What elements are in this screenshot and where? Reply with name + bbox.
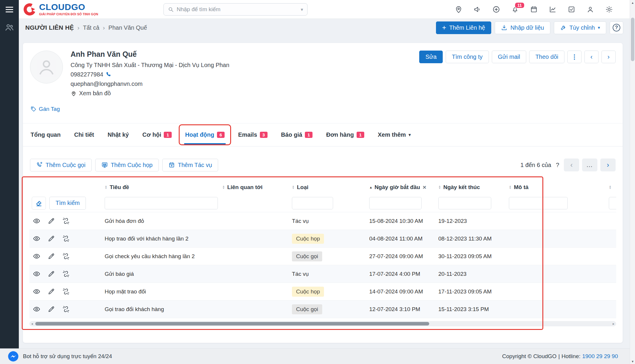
pagination-prev-button[interactable]: ‹ [564,158,579,171]
add-task-button[interactable]: Thêm Tác vụ [162,159,218,171]
contact-email[interactable]: quephan@longphanvn.com [71,81,229,87]
tab-xem-them[interactable]: Xem thêm▾ [378,123,411,146]
activity-title[interactable]: Gọi trao đổi khách hàng [102,306,220,313]
send-mail-button[interactable]: Gửi mail [492,51,527,63]
tab-co-hoi[interactable]: Cơ hội1 [142,123,172,146]
add-contact-button[interactable]: + Thêm Liên hệ [436,21,491,34]
find-company-button[interactable]: Tìm công ty [446,51,489,63]
tab-nhat-ky[interactable]: Nhật ký [108,123,129,146]
filter-input-extra[interactable] [609,197,616,209]
view-icon[interactable] [33,305,41,313]
unlink-icon[interactable] [62,305,70,313]
tab-bao-gia[interactable]: Báo giá1 [281,123,313,146]
edit-pencil-icon[interactable] [48,305,55,313]
column-header-type[interactable]: ▲▼ Loại [290,184,367,191]
page-vertical-scrollbar[interactable]: ▲ ▼ [630,0,635,364]
more-actions-button[interactable] [567,51,581,63]
view-icon[interactable] [33,288,41,295]
checkin-location-icon[interactable] [454,5,463,14]
call-phone-icon[interactable] [106,71,112,78]
add-meeting-button[interactable]: Thêm Cuộc họp [95,159,159,171]
hamburger-menu-button[interactable] [0,0,19,19]
calendar-icon[interactable] [530,5,538,14]
activity-title[interactable]: Gửi hóa đơn đỏ [102,218,220,224]
breadcrumb-all[interactable]: Tất cả [83,24,99,31]
view-map-link[interactable]: Xem bản đồ [71,90,229,97]
tab-hoat-dong[interactable]: Hoạt động 6 [185,123,225,146]
filter-input-type[interactable] [292,197,333,209]
edit-pencil-icon[interactable] [48,288,55,295]
column-header-title[interactable]: ▲▼ Tiêu đề [102,184,220,191]
edit-pencil-icon[interactable] [48,235,55,243]
settings-gear-icon[interactable] [605,5,613,14]
view-icon[interactable] [33,253,41,260]
previous-record-button[interactable]: ‹ [584,51,599,63]
activity-title[interactable]: Gửi báo giá [102,271,220,277]
search-input[interactable] [177,6,298,13]
table-horizontal-scrollbar[interactable]: ◂ ▸ [29,321,616,326]
unlink-icon[interactable] [62,217,70,225]
assign-tag-link[interactable]: Gán Tag [31,106,60,112]
clear-sort-icon[interactable]: × [423,184,426,191]
activity-title[interactable]: Gọi check yêu cầu khách hàng lần 2 [102,253,220,260]
edit-pencil-icon[interactable] [48,270,55,278]
view-icon[interactable] [33,217,41,225]
tab-tong-quan[interactable]: Tổng quan [31,123,61,146]
filter-input-start[interactable] [369,197,422,209]
profile-user-icon[interactable] [586,5,594,14]
notifications-bell-icon[interactable]: 11 [511,5,519,14]
pagination-more-button[interactable]: … [582,158,597,171]
add-call-button[interactable]: Thêm Cuộc gọi [30,159,92,171]
pagination-next-button[interactable]: › [600,158,616,171]
column-header-related[interactable]: ▲▼ Liên quan tới [220,184,290,191]
help-button[interactable]: ? [610,21,623,34]
unlink-icon[interactable] [62,288,70,295]
contacts-module-icon[interactable] [4,22,14,32]
activity-title[interactable]: Họp trao đổi với khách hàng lần 2 [102,236,220,242]
tab-emails[interactable]: Emails3 [238,123,268,146]
announcement-icon[interactable] [473,5,482,14]
import-data-button[interactable]: Nhập dữ liệu [495,21,550,34]
table-search-button[interactable]: Tìm kiếm [49,197,86,210]
scroll-left-arrow-icon[interactable]: ◂ [29,321,35,326]
clear-filters-button[interactable] [32,197,46,210]
customize-button[interactable]: Tùy chỉnh ▾ [554,21,606,34]
filter-input-desc[interactable] [509,197,568,209]
tab-chi-tiet[interactable]: Chi tiết [74,123,94,146]
next-record-button[interactable]: › [601,51,616,63]
vertical-scroll-thumb[interactable] [631,18,634,61]
column-header-end[interactable]: ▲▼ Ngày kết thúc [436,184,507,191]
messenger-bot-icon[interactable] [8,351,19,362]
global-search[interactable]: ▾ [163,3,308,16]
column-header-extra[interactable]: ▲▼ [606,185,616,189]
reports-chart-icon[interactable] [549,5,557,14]
unlink-icon[interactable] [62,270,70,278]
pagination-total-unknown[interactable]: ? [556,162,559,168]
edit-pencil-icon[interactable] [48,217,55,225]
breadcrumb-module[interactable]: NGƯỜI LIÊN HỆ [25,24,74,31]
scroll-right-arrow-icon[interactable]: ▸ [611,321,616,326]
follow-button[interactable]: Theo dõi [529,51,564,63]
filter-input-end[interactable] [438,197,491,209]
tab-don-hang[interactable]: Đơn hàng1 [326,123,364,146]
column-header-start[interactable]: ▲ Ngày giờ bắt đầu × [367,184,436,191]
unlink-icon[interactable] [62,253,70,260]
contact-company[interactable]: Công Ty TNHH Sản Xuất - Thương Mại - Dịc… [71,62,229,69]
scroll-up-arrow-icon[interactable]: ▲ [630,0,635,5]
column-header-desc[interactable]: ▲▼ Mô tả [507,184,606,191]
scroll-down-arrow-icon[interactable]: ▼ [630,359,635,364]
cloudgo-logo[interactable]: CLOUDGO GIẢI PHÁP CHUYỂN ĐỔI SỐ TINH GỌN [23,3,98,16]
contact-avatar[interactable] [30,51,63,84]
edit-button[interactable]: Sửa [419,51,443,63]
quick-add-icon[interactable] [492,5,500,14]
tasks-check-icon[interactable] [567,5,576,14]
search-scope-caret-icon[interactable]: ▾ [301,7,303,12]
hotline-number[interactable]: 1900 29 29 90 [582,353,618,360]
activity-title[interactable]: Họp mặt trao đổi [102,288,220,295]
horizontal-scroll-thumb[interactable] [35,322,429,325]
view-icon[interactable] [33,270,41,278]
filter-input-title[interactable] [105,197,218,209]
view-icon[interactable] [33,235,41,243]
edit-pencil-icon[interactable] [48,253,55,260]
unlink-icon[interactable] [62,235,70,243]
